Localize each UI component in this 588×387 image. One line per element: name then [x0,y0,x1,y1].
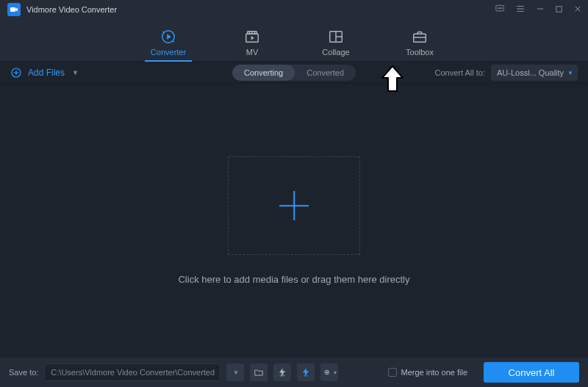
chevron-down-icon: ▼ [233,369,239,376]
merge-label: Merge into one file [401,368,468,377]
chevron-down-icon: ▼ [72,69,79,76]
add-files-label: Add Files [28,68,65,78]
svg-point-31 [326,372,328,373]
open-folder-button[interactable] [250,364,268,381]
bottom-bar: Save to: C:\Users\Vidmore Video Converte… [0,358,588,387]
high-speed-button[interactable]: ON [297,364,315,381]
convert-all-button[interactable]: Convert All [484,362,579,383]
tab-collage[interactable]: Collage [315,29,356,61]
titlebar: Vidmore Video Converter [0,0,588,19]
svg-point-4 [501,8,502,9]
gear-icon [323,367,333,377]
app-logo-icon [7,3,21,16]
save-path-display[interactable]: C:\Users\Vidmore Video Converter\Convert… [44,364,220,381]
converter-icon [160,29,176,45]
save-to-label: Save to: [9,368,38,377]
svg-marker-13 [167,34,171,39]
svg-point-2 [498,8,498,9]
toolbox-icon [412,29,428,45]
chevron-down-icon: ▾ [334,369,337,376]
close-icon[interactable] [573,4,582,15]
state-segmented-toggle: Converting Converted [232,65,356,81]
settings-button[interactable]: ▾ [320,364,338,381]
segment-converting[interactable]: Converting [232,65,295,81]
checkbox-icon [388,368,397,377]
tab-converter[interactable]: Converter [148,29,189,61]
feedback-icon[interactable] [495,4,505,15]
collage-icon [328,29,344,45]
tab-label: Converter [151,48,186,57]
secondary-toolbar: Add Files ▼ Converting Converted Convert… [0,62,588,84]
main-content: Click here to add media files or drag th… [0,84,588,358]
plus-circle-icon [10,67,22,79]
merge-checkbox[interactable]: Merge into one file [388,368,468,377]
app-window: Vidmore Video Converter [0,0,588,387]
svg-point-3 [499,8,500,9]
tab-mv[interactable]: MV [232,29,273,61]
plus-icon [279,191,309,220]
dropzone[interactable] [228,156,360,255]
lightning-icon: OFF [277,367,287,377]
menu-icon[interactable] [515,4,526,15]
svg-rect-9 [556,6,562,11]
add-files-button[interactable]: Add Files ▼ [10,67,79,79]
output-format-value: AU-Lossl... Quality [497,68,564,77]
app-title: Vidmore Video Converter [26,5,117,14]
svg-rect-23 [414,34,426,42]
minimize-icon[interactable] [536,4,545,15]
maximize-icon[interactable] [555,5,563,15]
window-buttons [495,0,582,19]
top-tabs: Converter MV Collage [0,19,588,62]
save-path-dropdown-button[interactable]: ▼ [226,364,244,381]
tab-label: Collage [322,48,349,57]
mv-icon [244,29,260,45]
convert-all-to-label: Convert All to: [435,68,485,77]
svg-text:ON: ON [304,375,309,377]
drop-hint-text: Click here to add media files or drag th… [178,274,409,285]
segment-converted[interactable]: Converted [295,65,356,81]
svg-rect-0 [10,7,15,12]
tab-label: Toolbox [406,48,434,57]
tab-label: MV [246,48,259,57]
svg-text:OFF: OFF [280,375,285,377]
svg-marker-19 [251,36,254,40]
tab-toolbox[interactable]: Toolbox [399,29,440,61]
hardware-accel-button[interactable]: OFF [273,364,291,381]
folder-icon [254,367,264,377]
convert-all-to: Convert All to: AU-Lossl... Quality [435,65,578,81]
speed-icon: ON [301,367,311,377]
output-format-select[interactable]: AU-Lossl... Quality [491,65,578,81]
